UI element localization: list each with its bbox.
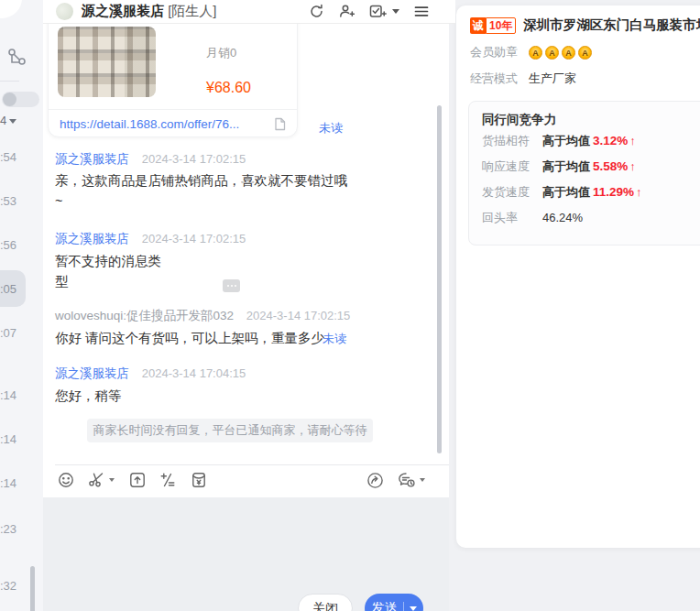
stat-label: 响应速度 [482, 158, 542, 175]
contact-title: 源之溪服装店 [陌生人] [82, 3, 217, 20]
stat-value: 3.12% [593, 134, 628, 147]
conversation-list-rail: 4 :54 :53 :56 :05 :07 :14 :14 :14 :23 :3… [0, 0, 43, 611]
scrollbar-thumb[interactable] [437, 105, 442, 453]
medal-icon: A [545, 46, 559, 60]
medal-icon: A [529, 46, 542, 60]
list-item[interactable]: :32 [0, 567, 26, 604]
contact-avatar[interactable] [56, 3, 73, 20]
stat-row: 回头率46.24% [482, 210, 583, 226]
medal-row: 会员勋章 A A A A [470, 44, 592, 60]
org-chart-icon[interactable] [4, 44, 27, 68]
sender-name[interactable]: 源之溪服装店 [55, 232, 129, 245]
message-header: 源之溪服装店 2024-3-14 17:02:15 [55, 231, 246, 247]
stat-label: 货描相符 [482, 133, 542, 149]
chat-header: 源之溪服装店 [陌生人] [43, 0, 455, 24]
message-time: 2024-3-14 17:04:15 [142, 366, 246, 380]
message-header: woloveshuqi:促佳搜品开发部032 2024-3-14 17:02:1… [55, 308, 350, 324]
add-task-icon[interactable] [369, 4, 387, 19]
chevron-down-icon [420, 478, 425, 482]
forward-icon[interactable] [366, 472, 384, 489]
stat-value: 46.24% [542, 211, 583, 224]
mode-row: 经营模式 生产厂家 [470, 71, 576, 87]
message-time: 2024-3-14 17:02:15 [142, 152, 246, 166]
divider [403, 602, 404, 611]
scrollbar-thumb[interactable] [30, 566, 35, 611]
stat-row: 响应速度高于均值5.58%↑ [482, 158, 636, 175]
unread-badge: 未读 [319, 120, 343, 136]
medals: A A A A [529, 46, 592, 60]
quick-phrase-icon[interactable] [159, 472, 176, 488]
sender-name[interactable]: 源之溪服装店 [55, 152, 129, 166]
screenshot-scissors-icon[interactable] [88, 472, 115, 487]
message-text: 暂不支持的消息类型 [55, 251, 161, 291]
stranger-tag: [陌生人] [168, 3, 216, 18]
stat-label: 发货速度 [482, 184, 542, 201]
more-actions-icon[interactable] [223, 279, 240, 292]
product-price: ¥68.60 [206, 80, 251, 96]
up-arrow-icon: ↑ [629, 159, 636, 173]
red-packet-icon[interactable] [191, 472, 207, 488]
medal-icon: A [562, 46, 575, 60]
stat-row: 发货速度高于均值11.29%↑ [482, 184, 642, 201]
product-image[interactable] [58, 27, 156, 97]
scheduled-message-icon[interactable] [398, 472, 425, 488]
list-item[interactable]: :56 [0, 226, 26, 263]
product-card[interactable]: 月销0 ¥68.60 https://detail.1688.com/offer… [48, 23, 298, 137]
list-item[interactable]: :14 [0, 376, 26, 413]
mode-label: 经营模式 [470, 71, 518, 87]
sender-name[interactable]: 源之溪服装店 [55, 366, 129, 380]
list-item[interactable]: :23 [0, 510, 26, 547]
message-text: 你好 请问这个有货吗，可以上架吗，重量多少 [55, 328, 324, 348]
stat-prefix: 高于均值 [542, 159, 590, 173]
menu-icon[interactable] [414, 5, 429, 18]
chevron-down-icon[interactable] [392, 9, 399, 14]
refresh-icon[interactable] [309, 4, 324, 19]
list-item-selected[interactable]: :05 [0, 270, 26, 307]
stat-label: 回头率 [482, 210, 542, 226]
send-button[interactable]: 发送 [365, 594, 423, 611]
message-header: 源之溪服装店 2024-3-14 17:04:15 [55, 366, 246, 382]
list-item[interactable]: :14 [0, 420, 26, 457]
filter-dropdown[interactable]: 4 [0, 114, 24, 127]
message-list: 月销0 ¥68.60 https://detail.1688.com/offer… [43, 23, 455, 464]
chevron-down-icon[interactable] [410, 606, 417, 611]
message-text: 亲，这款商品是店铺热销商品，喜欢就不要错过哦~ [55, 170, 347, 211]
add-contact-icon[interactable] [339, 4, 355, 19]
message-text: 您好，稍等 [55, 386, 122, 406]
mode-value: 生产厂家 [529, 71, 576, 87]
copy-doc-icon[interactable] [274, 117, 286, 131]
chevron-down-icon [109, 478, 115, 482]
sender-name[interactable]: woloveshuqi:促佳搜品开发部032 [55, 309, 234, 322]
seller-info-panel: 诚 10年 深圳市罗湖区东门白马服装市场 会员勋章 A A A A 经营模式 生… [449, 0, 700, 611]
list-item[interactable]: :53 [0, 182, 26, 219]
list-item[interactable]: :14 [0, 464, 26, 501]
stat-prefix: 高于均值 [542, 185, 590, 199]
product-monthly-sales: 月销0 [206, 45, 236, 61]
filter-label: 4 [0, 114, 6, 127]
up-arrow-icon: ↑ [636, 185, 642, 199]
list-item[interactable]: :07 [0, 314, 26, 351]
medal-icon: A [578, 46, 592, 60]
stat-value: 5.58% [593, 159, 628, 173]
composer-toolbar [43, 469, 455, 498]
up-arrow-icon: ↑ [629, 134, 636, 147]
emoji-icon[interactable] [58, 472, 74, 488]
message-header: 源之溪服装店 2024-3-14 17:02:15 [55, 151, 246, 168]
system-notice: 商家长时间没有回复，平台已通知商家，请耐心等待 [87, 419, 373, 442]
unread-badge: 未读 [323, 331, 346, 347]
medal-label: 会员勋章 [470, 44, 518, 60]
product-link[interactable]: https://detail.1688.com/offer/76... [60, 117, 274, 131]
stat-row: 货描相符高于均值3.12%↑ [482, 133, 636, 149]
list-item[interactable]: :54 [0, 138, 26, 175]
avatar [0, 0, 22, 18]
upload-file-icon[interactable] [129, 472, 146, 488]
product-link-row[interactable]: https://detail.1688.com/offer/76... [49, 110, 297, 137]
message-time: 2024-3-14 17:02:15 [142, 232, 246, 245]
divider [0, 81, 19, 82]
toggle-switch[interactable] [2, 92, 39, 107]
contact-name: 源之溪服装店 [82, 3, 164, 18]
chengxintong-badge-icon: 诚 [470, 17, 486, 34]
close-button[interactable]: 关闭 [298, 594, 353, 611]
message-time: 2024-3-14 17:02:15 [246, 309, 350, 322]
chat-panel: 源之溪服装店 [陌生人] [43, 0, 455, 611]
